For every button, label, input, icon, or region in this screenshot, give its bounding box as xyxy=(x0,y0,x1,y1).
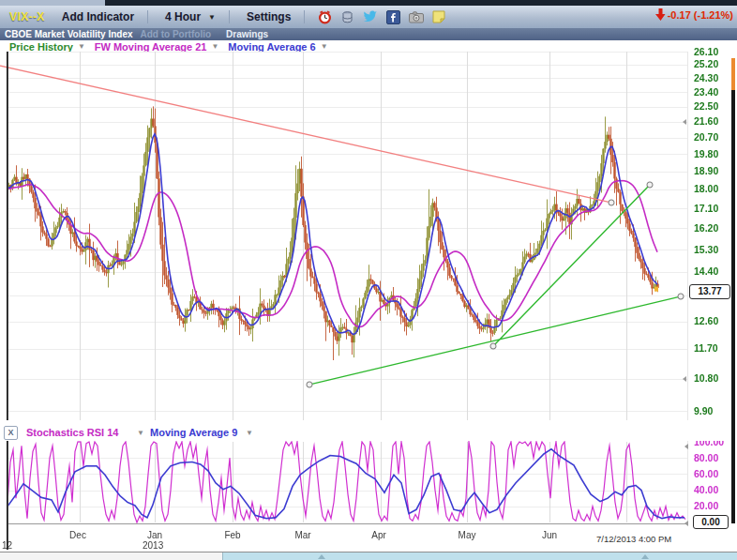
chevron-down-icon[interactable]: ▼ xyxy=(137,429,144,437)
scrollbar-notch-icon xyxy=(641,554,649,559)
moving-average-9-dropdown[interactable]: Moving Average 9 xyxy=(150,427,237,438)
time-axis-scrollbar-thumb[interactable] xyxy=(222,552,737,560)
stochastics-panel-legend: X Stochastics RSI 14 ▼ Moving Average 9 … xyxy=(0,420,737,441)
time-axis-scrollbar-track[interactable] xyxy=(0,552,737,560)
price-axis-scrollbar-thumb[interactable] xyxy=(731,58,735,90)
scrollbar-notch-icon xyxy=(318,554,325,559)
stochastics-rsi-dropdown[interactable]: Stochastics RSI 14 xyxy=(26,427,118,438)
charting-app-window: VIX--X Add Indicator 4 Hour ▼ Settings -… xyxy=(0,0,737,560)
stochastic-value-label: 0.00 xyxy=(693,515,729,529)
close-indicator-button[interactable]: X xyxy=(4,426,18,440)
price-axis-scrollbar-track[interactable] xyxy=(731,90,735,523)
price-and-stochastics-chart-canvas[interactable] xyxy=(0,0,737,560)
chevron-down-icon[interactable]: ▼ xyxy=(246,429,253,437)
last-price-label: 13.77 xyxy=(689,284,730,299)
